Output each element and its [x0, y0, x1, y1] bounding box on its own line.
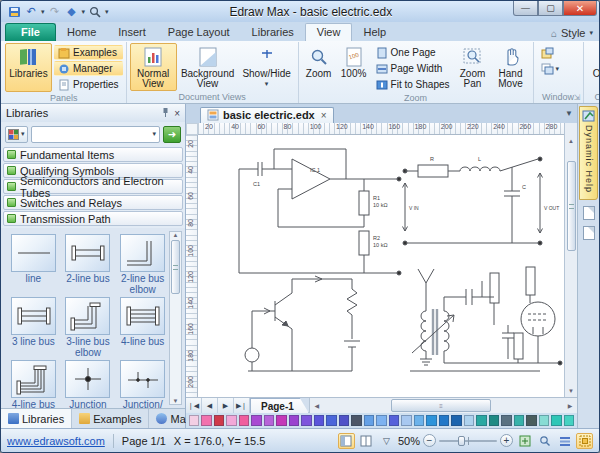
scroll-up-icon[interactable]: ▲: [568, 135, 574, 147]
circuit-opamp[interactable]: IC 1 C1 R1 10 kΩ R2 10 kΩ: [239, 149, 401, 275]
tools-dropdown-icon[interactable]: ▾: [82, 8, 86, 16]
palette-swatch[interactable]: [414, 415, 424, 426]
palette-swatch[interactable]: [351, 415, 361, 426]
background-view-button[interactable]: Background View: [179, 43, 237, 91]
palette-swatch[interactable]: [451, 415, 461, 426]
category-transmission-path[interactable]: Transmission Path: [3, 211, 183, 226]
circuit-rlc[interactable]: R L C V IN V OUT: [403, 156, 560, 245]
prev-page-button[interactable]: ◀: [202, 398, 218, 413]
library-menu-button[interactable]: ▾: [5, 126, 28, 143]
fit-to-shapes-button[interactable]: Fit to Shapes: [372, 77, 454, 92]
dynamic-help-tab[interactable]: Dynamic Help: [579, 106, 598, 200]
palette-swatch[interactable]: [226, 415, 236, 426]
page-view-mode-button[interactable]: [358, 433, 375, 449]
pin-icon[interactable]: [161, 107, 170, 119]
palette-swatch[interactable]: [526, 415, 536, 426]
libraries-button[interactable]: Libraries: [5, 43, 52, 92]
multi-page-view-button[interactable]: [556, 433, 573, 449]
pan-window-button[interactable]: [576, 433, 593, 449]
zoom-button[interactable]: Zoom: [302, 43, 336, 92]
filter-view-icon[interactable]: ▽: [378, 433, 395, 449]
tab-page-layout[interactable]: Page Layout: [157, 24, 241, 41]
palette-swatch[interactable]: [501, 415, 511, 426]
page-tab[interactable]: Page-1: [250, 398, 309, 413]
website-link[interactable]: www.edrawsoft.com: [7, 435, 105, 447]
canvas-v-scrollbar[interactable]: ▲ ▼: [564, 135, 577, 397]
palette-swatch[interactable]: [489, 415, 499, 426]
library-go-button[interactable]: ➜: [163, 126, 181, 143]
one-page-button[interactable]: One Page: [372, 45, 454, 60]
tab-file[interactable]: File: [5, 23, 56, 41]
hand-move-button[interactable]: Hand Move: [492, 43, 530, 92]
shape-3-line-bus-elbow[interactable]: 3-line bus elbow: [64, 297, 113, 358]
palette-swatch[interactable]: [514, 415, 524, 426]
window-dialog-launcher-icon[interactable]: ⇲: [574, 93, 581, 102]
combo-dropdown-icon[interactable]: ▾: [152, 130, 156, 138]
circuit-radio[interactable]: [410, 267, 562, 371]
tab-view[interactable]: View: [305, 23, 353, 41]
normal-view-button[interactable]: Normal View: [130, 43, 177, 91]
zoom-slider-thumb[interactable]: [458, 436, 465, 446]
print-preview-icon[interactable]: [88, 5, 102, 19]
fit-to-window-button[interactable]: [516, 433, 533, 449]
shape-2-line-bus[interactable]: 2-line bus: [64, 234, 113, 295]
examples-button[interactable]: Examples: [54, 45, 123, 60]
scrollbar-thumb[interactable]: [171, 240, 180, 294]
shape-junction-2[interactable]: Junction/: [118, 360, 167, 408]
scrollbar-thumb[interactable]: ≡: [391, 399, 491, 412]
shape-4-line-bus-elbow[interactable]: 4-line bus: [9, 360, 58, 408]
palette-swatch[interactable]: [189, 415, 199, 426]
palette-swatch[interactable]: [376, 415, 386, 426]
zoom-region-button[interactable]: [536, 433, 553, 449]
scrollbar-thumb[interactable]: [567, 161, 576, 251]
scroll-up-icon[interactable]: ▲: [173, 232, 179, 238]
shape-2-line-bus-elbow[interactable]: 2-line bus elbow: [118, 234, 167, 295]
shape-list-scrollbar[interactable]: ▲ ▼: [169, 231, 182, 405]
zoom-pan-button[interactable]: Zoom Pan: [456, 43, 490, 92]
drawing-canvas[interactable]: IC 1 C1 R1 10 kΩ R2 10 kΩ: [198, 135, 564, 397]
undo-icon[interactable]: ↶: [24, 5, 38, 19]
bottom-tab-examples[interactable]: Examples: [72, 409, 149, 428]
palette-swatch[interactable]: [476, 415, 486, 426]
panel-page-icon[interactable]: [583, 206, 595, 220]
scroll-left-icon[interactable]: ◀: [310, 398, 324, 413]
close-document-icon[interactable]: ×: [321, 110, 327, 121]
close-panel-icon[interactable]: ×: [174, 108, 180, 119]
palette-swatch[interactable]: [276, 415, 286, 426]
palette-swatch[interactable]: [251, 415, 261, 426]
document-tab[interactable]: basic electric.edx ×: [200, 107, 334, 123]
circuit-transistor[interactable]: [245, 276, 360, 371]
panel-page-icon[interactable]: [583, 226, 595, 240]
palette-swatch[interactable]: [564, 415, 574, 426]
tab-home[interactable]: Home: [56, 24, 107, 41]
save-icon[interactable]: [7, 5, 21, 19]
palette-swatch[interactable]: [214, 415, 224, 426]
style-button[interactable]: Style: [561, 27, 585, 39]
redo-icon[interactable]: ↷: [48, 5, 62, 19]
category-fundamental-items[interactable]: Fundamental Items: [3, 147, 183, 162]
canvas-h-scrollbar[interactable]: ◀ ≡ ▶: [309, 398, 577, 413]
close-button[interactable]: ✕: [563, 1, 597, 16]
category-semiconductors[interactable]: Semiconductors and Electron Tubes: [3, 179, 183, 194]
manager-button[interactable]: Manager: [54, 61, 123, 76]
palette-swatch[interactable]: [389, 415, 399, 426]
palette-swatch[interactable]: [301, 415, 311, 426]
scroll-down-icon[interactable]: ▼: [568, 385, 574, 397]
shape-4-line-bus[interactable]: 4-line bus: [118, 297, 167, 358]
next-page-button[interactable]: ▶: [218, 398, 234, 413]
palette-swatch[interactable]: [239, 415, 249, 426]
palette-swatch[interactable]: [439, 415, 449, 426]
palette-swatch[interactable]: [551, 415, 561, 426]
cascade-windows-button[interactable]: ▾: [537, 61, 564, 76]
bottom-tab-libraries[interactable]: Libraries: [1, 409, 72, 428]
tools-icon[interactable]: ◆: [65, 5, 79, 19]
last-page-button[interactable]: ▶❘: [234, 398, 250, 413]
library-search-combobox[interactable]: ▾: [31, 126, 160, 143]
zoom-slider[interactable]: [439, 440, 497, 442]
palette-swatch[interactable]: [539, 415, 549, 426]
palette-swatch[interactable]: [201, 415, 211, 426]
scroll-right-icon[interactable]: ▶: [563, 398, 577, 413]
zoom-in-button[interactable]: +: [500, 434, 513, 447]
show-hide-button[interactable]: Show/Hide ▾: [239, 43, 295, 91]
palette-swatch[interactable]: [314, 415, 324, 426]
